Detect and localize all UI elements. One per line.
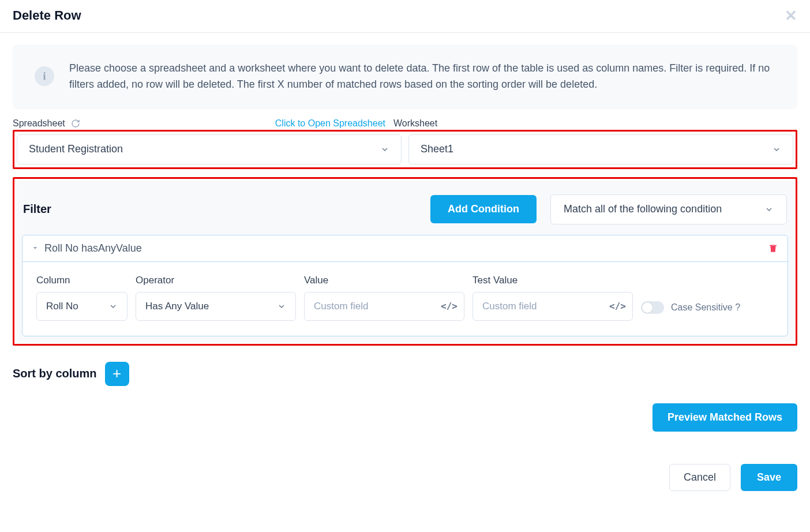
filter-title: Filter [23, 203, 51, 216]
value-input-wrap: </> [304, 292, 464, 321]
add-sort-button[interactable]: + [105, 362, 129, 386]
add-condition-button[interactable]: Add Condition [430, 195, 537, 223]
condition-summary: Roll No hasAnyValue [44, 242, 142, 254]
operator-field: Operator Has Any Value [136, 275, 296, 321]
info-icon: i [35, 66, 54, 86]
spreadsheet-worksheet-row: Student Registration Sheet1 [13, 130, 797, 169]
spreadsheet-label-wrap: Spreadsheet Click to Open Spreadsheet [13, 118, 393, 129]
worksheet-value: Sheet1 [421, 143, 453, 155]
operator-value: Has Any Value [145, 301, 209, 312]
case-sensitive-label: Case Sensitive ? [671, 302, 740, 313]
preview-row: Preview Matched Rows [13, 403, 797, 432]
spreadsheet-select[interactable]: Student Registration [17, 134, 402, 164]
chevron-down-icon [277, 302, 286, 311]
code-icon[interactable]: </> [609, 301, 626, 312]
column-field: Column Roll No [36, 275, 127, 321]
collapse-icon [32, 245, 39, 252]
value-input[interactable] [314, 301, 436, 312]
match-mode-value: Match all of the following condition [564, 203, 722, 215]
test-value-field: Test Value </> [472, 275, 633, 321]
condition-body: Column Roll No Operator Has Any Value [22, 262, 787, 336]
case-sensitive-wrap: Case Sensitive ? [641, 301, 740, 314]
condition-header[interactable]: Roll No hasAnyValue [22, 235, 787, 262]
worksheet-label-wrap: Worksheet [393, 118, 437, 129]
test-value-input[interactable] [482, 301, 605, 312]
field-labels-row: Spreadsheet Click to Open Spreadsheet Wo… [13, 118, 797, 129]
test-value-input-wrap: </> [472, 292, 633, 321]
match-mode-select[interactable]: Match all of the following condition [550, 194, 787, 224]
case-sensitive-toggle[interactable] [641, 301, 664, 314]
filter-header: Filter Add Condition Match all of the fo… [22, 189, 788, 235]
operator-label: Operator [136, 275, 296, 286]
open-spreadsheet-link[interactable]: Click to Open Spreadsheet [275, 118, 385, 129]
column-value: Roll No [46, 301, 78, 312]
column-select[interactable]: Roll No [36, 292, 127, 321]
sort-section: Sort by column + [13, 362, 797, 386]
chevron-down-icon [380, 145, 389, 154]
dialog-body: i Please choose a spreadsheet and a work… [0, 33, 810, 504]
value-field: Value </> [304, 275, 464, 321]
spreadsheet-label: Spreadsheet [13, 118, 65, 129]
condition-card: Roll No hasAnyValue Column Roll No [22, 235, 788, 336]
dialog-footer: Cancel Save [13, 464, 797, 491]
filter-section: Filter Add Condition Match all of the fo… [16, 181, 794, 342]
info-text: Please choose a spreadsheet and a worksh… [69, 61, 775, 93]
test-value-label: Test Value [472, 275, 633, 286]
spreadsheet-value: Student Registration [29, 143, 123, 155]
save-button[interactable]: Save [741, 464, 797, 491]
dialog-header: Delete Row ✕ [0, 0, 810, 33]
value-label: Value [304, 275, 464, 286]
worksheet-label: Worksheet [393, 118, 437, 129]
refresh-icon[interactable] [71, 119, 80, 128]
chevron-down-icon [764, 205, 774, 214]
preview-matched-rows-button[interactable]: Preview Matched Rows [652, 403, 797, 432]
column-label: Column [36, 275, 127, 286]
info-banner: i Please choose a spreadsheet and a work… [13, 44, 797, 109]
code-icon[interactable]: </> [441, 301, 457, 312]
worksheet-select[interactable]: Sheet1 [408, 134, 793, 164]
operator-select[interactable]: Has Any Value [136, 292, 296, 321]
filter-section-highlight: Filter Add Condition Match all of the fo… [13, 177, 797, 346]
close-icon[interactable]: ✕ [785, 8, 797, 23]
svg-marker-0 [33, 247, 37, 249]
chevron-down-icon [108, 302, 118, 311]
cancel-button[interactable]: Cancel [669, 464, 730, 491]
dialog-title: Delete Row [13, 8, 81, 23]
chevron-down-icon [772, 145, 781, 154]
sort-label: Sort by column [13, 367, 97, 380]
delete-condition-icon[interactable] [768, 243, 778, 253]
